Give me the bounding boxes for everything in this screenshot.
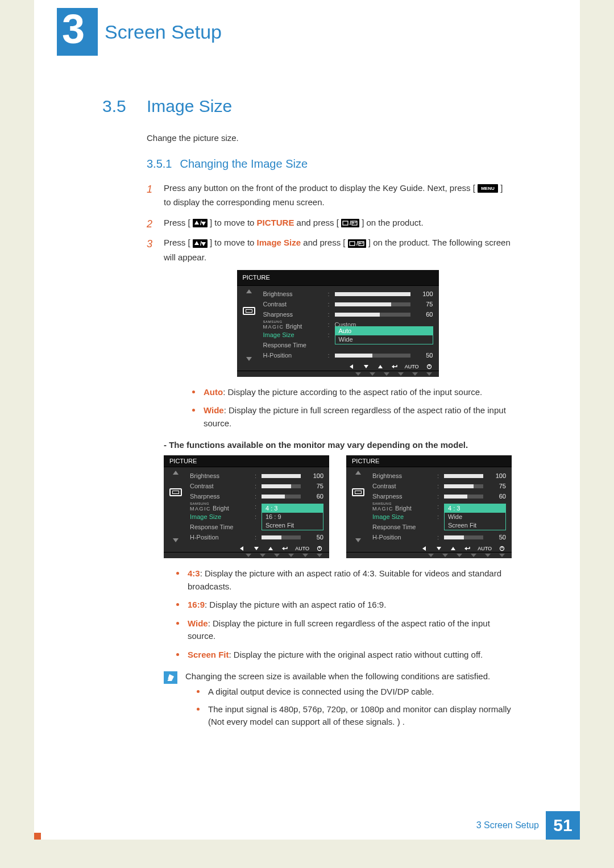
section-number: 3.5 <box>102 97 136 116</box>
subsection-number: 3.5.1 <box>147 157 172 171</box>
note-icon <box>164 671 177 684</box>
step-3: 3 Press [ / ] to move to Image Size and … <box>147 235 512 430</box>
power-icon <box>425 364 433 369</box>
osd-value: 60 <box>418 309 433 320</box>
osd-row: PICTURE Brightness:100 Contrast:75 Sharp… <box>164 455 512 558</box>
step-text: and press [ <box>297 218 339 227</box>
svg-rect-3 <box>343 221 348 225</box>
osd-value: 100 <box>418 289 433 300</box>
page-number: 51 <box>546 811 580 840</box>
caveat-note: - The functions available on the monitor… <box>164 440 512 450</box>
note-lead: Changing the screen size is available wh… <box>185 671 512 681</box>
list-item: Screen Fit: Display the picture with the… <box>176 649 512 662</box>
svg-text:/: / <box>200 220 202 226</box>
chapter-title: Screen Setup <box>105 21 222 43</box>
list-item: Auto: Display the picture according to t… <box>192 386 512 399</box>
step-number: 1 <box>147 181 152 198</box>
svg-marker-0 <box>194 221 199 225</box>
osd-items: Brightness:100 Contrast:75 Sharpness:60 … <box>261 286 439 364</box>
down-arrow-icon <box>173 538 179 542</box>
svg-marker-29 <box>464 547 467 550</box>
svg-marker-17 <box>392 365 394 368</box>
svg-marker-22 <box>268 547 273 550</box>
svg-marker-20 <box>240 546 243 551</box>
osd-footer-icons: AUTO <box>237 364 439 371</box>
list-item: A digital output device is connected usi… <box>197 686 512 699</box>
svg-text:/: / <box>356 240 358 247</box>
dropdown-option: 4 : 3 <box>445 504 505 513</box>
osd-label: H-Position <box>263 350 325 361</box>
content-card: 3 Screen Setup 3.5 Image Size Change the… <box>34 0 580 840</box>
list-item: Wide: Display the picture in full screen… <box>176 617 512 643</box>
list-item: 4:3: Display the picture with an aspect … <box>176 567 512 593</box>
nav-left-icon <box>348 364 356 369</box>
osd-footer-icons: AUTO <box>346 546 512 553</box>
osd-label: Response Time <box>263 340 325 351</box>
step-text: Press [ <box>164 238 190 247</box>
osd-title: PICTURE <box>164 455 329 467</box>
osd-side-icons <box>237 286 261 364</box>
step-number: 3 <box>147 235 152 253</box>
step-2: 2 Press [ / ] to move to PICTURE and pre… <box>147 215 512 230</box>
section-title: Image Size <box>147 97 232 116</box>
step-number: 2 <box>147 215 152 233</box>
up-down-icon: / <box>193 219 208 227</box>
dropdown-option: 4 : 3 <box>262 504 323 513</box>
svg-marker-23 <box>282 547 284 550</box>
step-1: 1 Press any button on the front of the p… <box>147 181 512 210</box>
dropdown-option: Screen Fit <box>445 521 505 530</box>
svg-marker-2 <box>201 222 206 226</box>
svg-marker-21 <box>254 547 259 550</box>
picture-section-icon <box>243 307 255 315</box>
svg-marker-9 <box>201 242 206 246</box>
footer-chapter: 3 Screen Setup <box>476 820 539 830</box>
osd-title: PICTURE <box>346 455 512 467</box>
svg-marker-27 <box>437 547 441 550</box>
dropdown-option: 16 : 9 <box>262 513 323 521</box>
up-arrow-icon <box>246 289 252 293</box>
osd-panel: PICTURE Brightness:100 Contrast:75 Sharp… <box>164 455 329 558</box>
slider <box>335 302 410 306</box>
accent-bar <box>34 833 41 840</box>
osd-label: SAMSUNGMAGIC Bright <box>263 320 325 330</box>
source-enter-icon: / <box>348 239 366 248</box>
source-enter-icon: / <box>341 219 359 227</box>
content-area: 3.5 Image Size Change the picture size. … <box>68 97 546 794</box>
down-arrow-icon <box>355 538 361 542</box>
picture-section-icon <box>352 488 364 496</box>
section-intro: Change the picture size. <box>147 132 512 145</box>
osd-value: 75 <box>418 299 433 310</box>
svg-marker-28 <box>451 547 455 550</box>
osd-footer-icons: AUTO <box>164 546 329 553</box>
dropdown-option: Screen Fit <box>262 521 323 530</box>
list-item: 16:9: Display the picture with an aspect… <box>176 599 512 612</box>
steps-list: 1 Press any button on the front of the p… <box>147 181 512 430</box>
down-arrow-icon <box>246 357 252 361</box>
osd-items: Brightness:100 Contrast:75 Sharpness:60 … <box>188 467 329 546</box>
section-heading: 3.5 Image Size <box>102 97 512 116</box>
keyword: PICTURE <box>257 218 294 227</box>
slider <box>335 313 410 317</box>
osd-footer-arrows <box>237 371 439 377</box>
osd-dropdown: 4 : 3 16 : 9 Screen Fit <box>262 504 323 530</box>
osd-panel: PICTURE Brightness:100 Contrast:75 Sharp… <box>346 455 512 558</box>
keyword: Image Size <box>257 238 301 247</box>
svg-text:/: / <box>200 240 202 247</box>
dropdown-option: Wide <box>335 335 433 344</box>
osd-dropdown: 4 : 3 Wide Screen Fit <box>444 504 506 530</box>
up-arrow-icon <box>173 471 179 475</box>
options-list-2: 4:3: Display the picture with an aspect … <box>176 567 512 661</box>
slider <box>335 354 410 358</box>
osd-side-icons <box>164 467 188 546</box>
note-conditions: A digital output device is connected usi… <box>197 686 512 729</box>
osd-label: Sharpness <box>263 309 325 320</box>
step-text: Press [ <box>164 218 190 227</box>
step-text: ] to move to <box>210 238 257 247</box>
step-text: ] on the product. <box>362 218 423 227</box>
up-arrow-icon <box>355 471 361 475</box>
svg-marker-26 <box>422 546 426 551</box>
osd-label: Brightness <box>263 289 325 300</box>
osd-title: PICTURE <box>237 270 439 286</box>
osd-panel: PICTURE Brightness:100 Contrast:75 <box>237 270 439 377</box>
dropdown-option: Wide <box>445 513 505 521</box>
